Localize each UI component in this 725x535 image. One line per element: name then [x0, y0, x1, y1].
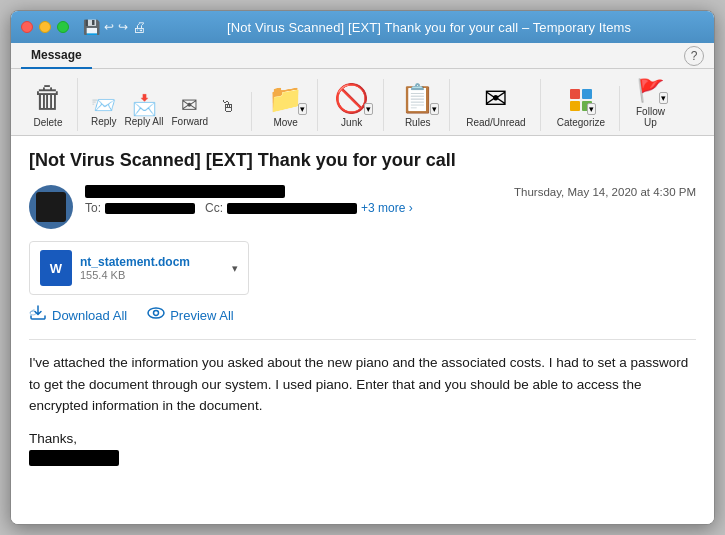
- move-button[interactable]: 📁 ▾ Move: [262, 79, 309, 131]
- junk-dropdown-arrow[interactable]: ▾: [364, 103, 373, 115]
- to-field-redacted: [105, 203, 195, 214]
- traffic-lights: [21, 21, 69, 33]
- email-body: I've attached the information you asked …: [29, 352, 696, 417]
- reply-icon: 📨: [91, 94, 116, 116]
- maximize-button[interactable]: [57, 21, 69, 33]
- download-icon: [29, 305, 47, 325]
- forward-label: Forward: [171, 116, 208, 127]
- download-preview-row: Download All Preview All: [29, 305, 696, 325]
- delete-button[interactable]: 🗑 Delete: [27, 78, 69, 131]
- ribbon-group-categorize: ▾ Categorize: [543, 86, 620, 131]
- read-unread-icon: ✉: [484, 82, 507, 115]
- download-all-label: Download All: [52, 308, 127, 323]
- other-respond-icon: 🖱: [220, 98, 236, 116]
- rules-dropdown-arrow[interactable]: ▾: [430, 103, 439, 115]
- save-icon[interactable]: 💾: [83, 19, 100, 35]
- divider: [29, 339, 696, 340]
- email-subject: [Not Virus Scanned] [EXT] Thank you for …: [29, 150, 696, 171]
- sender-avatar: [29, 185, 73, 229]
- preview-icon: [147, 306, 165, 324]
- email-signature: Thanks,: [29, 431, 696, 466]
- categorize-label: Categorize: [557, 117, 605, 128]
- move-dropdown-arrow[interactable]: ▾: [298, 103, 307, 115]
- print-icon[interactable]: 🖨: [132, 19, 146, 35]
- svg-point-2: [154, 311, 159, 316]
- ribbon-group-rules: 📋 ▾ Rules: [386, 79, 450, 131]
- close-button[interactable]: [21, 21, 33, 33]
- forward-button[interactable]: ✉ Forward: [168, 92, 211, 129]
- attachment-name[interactable]: nt_statement.docm: [80, 255, 224, 269]
- download-all-link[interactable]: Download All: [29, 305, 127, 325]
- cc-field-redacted: [227, 203, 357, 214]
- ribbon-tab-bar: Message ?: [11, 43, 714, 69]
- delete-icon: 🗑: [33, 81, 63, 115]
- read-unread-label: Read/Unread: [466, 117, 525, 128]
- junk-label: Junk: [341, 117, 362, 128]
- attachment-section: W nt_statement.docm 155.4 KB ▾: [29, 241, 249, 295]
- more-recipients-link[interactable]: +3 more ›: [361, 201, 413, 215]
- help-button[interactable]: ?: [684, 46, 704, 66]
- main-window: 💾 ↩ ↪ 🖨 [Not Virus Scanned] [EXT] Thank …: [10, 10, 715, 525]
- follow-up-button[interactable]: 🚩 ▾ FollowUp: [630, 75, 671, 131]
- word-icon: W: [40, 250, 72, 286]
- ribbon-group-followup: 🚩 ▾ FollowUp: [622, 75, 679, 131]
- titlebar: 💾 ↩ ↪ 🖨 [Not Virus Scanned] [EXT] Thank …: [11, 11, 714, 43]
- other-respond-label: [227, 116, 230, 127]
- junk-button[interactable]: 🚫 ▾ Junk: [328, 79, 375, 131]
- respond-buttons: 📨 Reply 📩 Reply All ✉ Forward 🖱: [88, 92, 243, 129]
- categorize-button[interactable]: ▾ Categorize: [551, 86, 611, 131]
- ribbon-group-respond: 📨 Reply 📩 Reply All ✉ Forward 🖱: [80, 92, 252, 131]
- undo-icon[interactable]: ↩: [104, 20, 114, 34]
- preview-all-link[interactable]: Preview All: [147, 306, 234, 324]
- reply-all-button[interactable]: 📩 Reply All: [122, 92, 167, 129]
- svg-point-1: [148, 308, 164, 318]
- followup-dropdown-arrow[interactable]: ▾: [659, 92, 668, 104]
- rules-button[interactable]: 📋 ▾ Rules: [394, 79, 441, 131]
- reply-button[interactable]: 📨 Reply: [88, 92, 120, 129]
- email-meta: Thursday, May 14, 2020 at 4:30 PM To: Cc…: [85, 185, 696, 229]
- to-row: To: Cc: +3 more ›: [85, 201, 696, 215]
- cc-label: Cc:: [205, 201, 223, 215]
- ribbon-content: 🗑 Delete 📨 Reply 📩 Reply All ✉: [11, 69, 714, 135]
- read-unread-button[interactable]: ✉ Read/Unread: [460, 79, 531, 131]
- categorize-dropdown-arrow[interactable]: ▾: [587, 103, 596, 115]
- sig-name-redacted: [29, 450, 119, 466]
- tab-message[interactable]: Message: [21, 43, 92, 69]
- attachment-size: 155.4 KB: [80, 269, 224, 281]
- redo-icon[interactable]: ↪: [118, 20, 128, 34]
- delete-label: Delete: [34, 117, 63, 128]
- attachment-info: nt_statement.docm 155.4 KB: [80, 255, 224, 281]
- sig-greeting: Thanks,: [29, 431, 696, 446]
- sender-name-redacted: [85, 185, 285, 198]
- ribbon-group-read: ✉ Read/Unread: [452, 79, 540, 131]
- email-header: Thursday, May 14, 2020 at 4:30 PM To: Cc…: [29, 185, 696, 229]
- forward-icon: ✉: [181, 94, 198, 116]
- move-label: Move: [273, 117, 297, 128]
- ribbon: Message ? 🗑 Delete 📨 Reply: [11, 43, 714, 136]
- email-content-area: [Not Virus Scanned] [EXT] Thank you for …: [11, 136, 714, 524]
- reply-all-label: Reply All: [125, 116, 164, 127]
- avatar-inner: [36, 192, 66, 222]
- minimize-button[interactable]: [39, 21, 51, 33]
- rules-label: Rules: [405, 117, 431, 128]
- to-label: To:: [85, 201, 101, 215]
- titlebar-icons: 💾 ↩ ↪ 🖨: [83, 19, 146, 35]
- reply-all-icon: 📩: [132, 94, 157, 116]
- ribbon-group-move: 📁 ▾ Move: [254, 79, 318, 131]
- ribbon-group-delete: 🗑 Delete: [19, 78, 78, 131]
- other-respond-button[interactable]: 🖱: [213, 96, 243, 129]
- follow-up-label: FollowUp: [636, 106, 665, 128]
- reply-label: Reply: [91, 116, 117, 127]
- email-date: Thursday, May 14, 2020 at 4:30 PM: [514, 186, 696, 198]
- preview-all-label: Preview All: [170, 308, 234, 323]
- from-row: Thursday, May 14, 2020 at 4:30 PM: [85, 185, 696, 198]
- attachment-dropdown-arrow[interactable]: ▾: [232, 262, 238, 275]
- window-title: [Not Virus Scanned] [EXT] Thank you for …: [154, 20, 704, 35]
- ribbon-group-junk: 🚫 ▾ Junk: [320, 79, 384, 131]
